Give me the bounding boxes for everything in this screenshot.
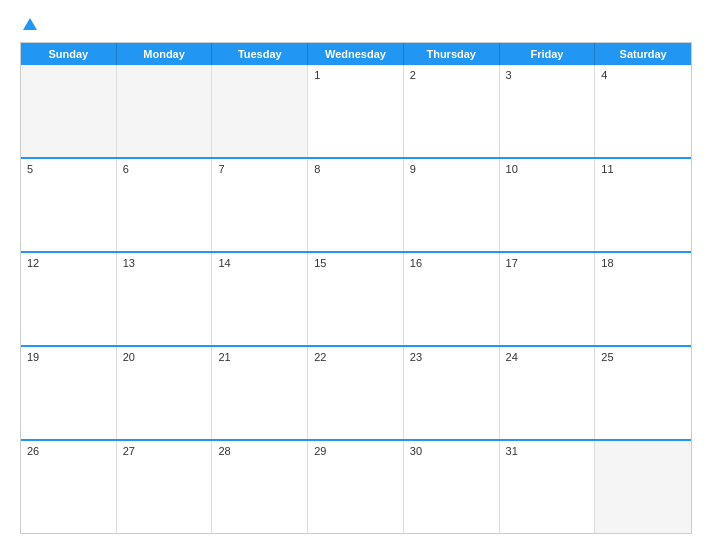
weeks: 1234567891011121314151617181920212223242… — [21, 65, 691, 533]
day-cell: 21 — [212, 347, 308, 439]
day-header-thursday: Thursday — [404, 43, 500, 65]
day-cell — [117, 65, 213, 157]
day-number: 13 — [123, 257, 135, 269]
day-cell: 26 — [21, 441, 117, 533]
day-cell: 15 — [308, 253, 404, 345]
day-number: 26 — [27, 445, 39, 457]
day-number: 24 — [506, 351, 518, 363]
day-header-saturday: Saturday — [595, 43, 691, 65]
day-cell: 29 — [308, 441, 404, 533]
day-cell: 10 — [500, 159, 596, 251]
day-cell: 8 — [308, 159, 404, 251]
week-row: 567891011 — [21, 157, 691, 251]
calendar: SundayMondayTuesdayWednesdayThursdayFrid… — [20, 42, 692, 534]
day-cell: 18 — [595, 253, 691, 345]
day-cell: 9 — [404, 159, 500, 251]
day-cell: 14 — [212, 253, 308, 345]
day-cell: 30 — [404, 441, 500, 533]
page: SundayMondayTuesdayWednesdayThursdayFrid… — [0, 0, 712, 550]
day-number: 2 — [410, 69, 416, 81]
week-row: 19202122232425 — [21, 345, 691, 439]
day-cell: 27 — [117, 441, 213, 533]
day-cell: 16 — [404, 253, 500, 345]
day-number: 25 — [601, 351, 613, 363]
day-cell: 24 — [500, 347, 596, 439]
day-number: 22 — [314, 351, 326, 363]
day-cell: 25 — [595, 347, 691, 439]
days-header: SundayMondayTuesdayWednesdayThursdayFrid… — [21, 43, 691, 65]
day-cell: 3 — [500, 65, 596, 157]
day-number: 8 — [314, 163, 320, 175]
day-cell: 23 — [404, 347, 500, 439]
day-cell: 7 — [212, 159, 308, 251]
day-header-sunday: Sunday — [21, 43, 117, 65]
day-number: 15 — [314, 257, 326, 269]
week-row: 262728293031 — [21, 439, 691, 533]
logo-icon — [21, 16, 39, 34]
day-cell: 31 — [500, 441, 596, 533]
day-cell — [212, 65, 308, 157]
day-number: 7 — [218, 163, 224, 175]
day-number: 20 — [123, 351, 135, 363]
day-number: 29 — [314, 445, 326, 457]
svg-marker-0 — [23, 18, 37, 30]
day-number: 9 — [410, 163, 416, 175]
day-number: 19 — [27, 351, 39, 363]
day-number: 4 — [601, 69, 607, 81]
day-number: 3 — [506, 69, 512, 81]
day-number: 21 — [218, 351, 230, 363]
week-row: 12131415161718 — [21, 251, 691, 345]
day-cell: 11 — [595, 159, 691, 251]
day-cell: 20 — [117, 347, 213, 439]
day-number: 12 — [27, 257, 39, 269]
day-number: 28 — [218, 445, 230, 457]
day-number: 6 — [123, 163, 129, 175]
day-cell: 2 — [404, 65, 500, 157]
day-cell: 17 — [500, 253, 596, 345]
day-cell: 6 — [117, 159, 213, 251]
day-number: 16 — [410, 257, 422, 269]
day-header-tuesday: Tuesday — [212, 43, 308, 65]
day-number: 31 — [506, 445, 518, 457]
day-cell: 28 — [212, 441, 308, 533]
day-number: 30 — [410, 445, 422, 457]
week-row: 1234 — [21, 65, 691, 157]
day-cell: 5 — [21, 159, 117, 251]
day-cell: 13 — [117, 253, 213, 345]
day-cell: 22 — [308, 347, 404, 439]
day-number: 17 — [506, 257, 518, 269]
day-header-wednesday: Wednesday — [308, 43, 404, 65]
day-number: 10 — [506, 163, 518, 175]
day-header-monday: Monday — [117, 43, 213, 65]
day-number: 18 — [601, 257, 613, 269]
day-number: 11 — [601, 163, 613, 175]
day-cell: 19 — [21, 347, 117, 439]
day-number: 5 — [27, 163, 33, 175]
day-number: 14 — [218, 257, 230, 269]
day-cell: 1 — [308, 65, 404, 157]
day-number: 23 — [410, 351, 422, 363]
header — [20, 16, 692, 34]
day-cell — [21, 65, 117, 157]
day-cell: 4 — [595, 65, 691, 157]
day-header-friday: Friday — [500, 43, 596, 65]
day-number: 27 — [123, 445, 135, 457]
day-number: 1 — [314, 69, 320, 81]
logo — [20, 16, 39, 34]
day-cell: 12 — [21, 253, 117, 345]
day-cell — [595, 441, 691, 533]
